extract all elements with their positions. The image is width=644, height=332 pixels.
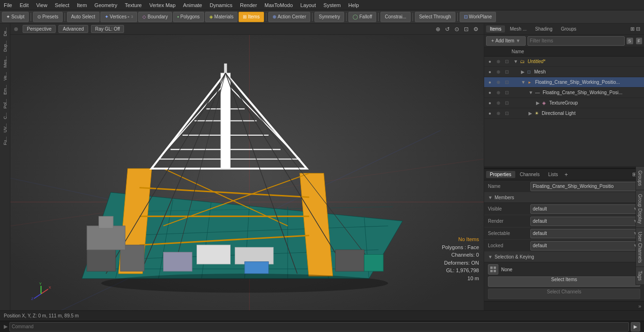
lock-icon-crane2[interactable]: ⊡ xyxy=(503,89,511,97)
sidebar-item-dup[interactable]: Dup... xyxy=(2,39,8,54)
eye-icon-untitled[interactable]: ● xyxy=(486,58,494,65)
s-filter-button[interactable]: S xyxy=(627,38,633,44)
viewport-icon-settings[interactable]: ⚙ xyxy=(472,25,480,33)
eye-icon2-mesh[interactable]: ⊕ xyxy=(495,68,502,76)
props-tab-properties[interactable]: Properties xyxy=(486,171,515,178)
prop-locked-dropdown[interactable]: default ▼ xyxy=(530,241,640,251)
tree-item-floating-crane2[interactable]: ● ⊕ ⊡ ▼ — Floating_Crane_Ship_Working_Po… xyxy=(484,88,644,98)
falloff-button[interactable]: ◯ Falloff xyxy=(348,12,376,22)
action-center-button[interactable]: ⊕ Action Center xyxy=(268,12,311,22)
right-tab-groups[interactable]: Groups xyxy=(636,167,644,190)
section-members[interactable]: ▼ Members xyxy=(484,193,644,203)
prop-selectable-dropdown[interactable]: default ▼ xyxy=(530,229,640,238)
polygons-button[interactable]: ▪ Polygons xyxy=(173,12,204,22)
tree-item-directional-light[interactable]: ● ⊕ ⊡ ▶ ☀ Directional Light xyxy=(484,108,644,119)
panel-tab-shading[interactable]: Shading xyxy=(531,25,556,32)
tree-arrow-tex[interactable]: ▶ xyxy=(536,100,540,105)
sidebar-item-mes[interactable]: Mes... xyxy=(2,54,8,70)
tree-item-mesh[interactable]: ● ⊕ ⊡ ▶ □ Mesh xyxy=(484,67,644,77)
prop-visible-dropdown[interactable]: default ▼ xyxy=(530,204,640,214)
right-tab-tags[interactable]: Tags xyxy=(636,267,644,285)
prop-name-input[interactable] xyxy=(530,182,640,191)
right-tab-user-channels[interactable]: User Channels xyxy=(636,228,644,267)
menu-layout[interactable]: Layout xyxy=(297,1,320,9)
tree-arrow-light[interactable]: ▶ xyxy=(528,111,532,116)
lock-icon-untitled[interactable]: ⊡ xyxy=(503,58,511,65)
right-tab-group-display[interactable]: Group Display xyxy=(636,190,644,228)
menu-file[interactable]: File xyxy=(0,1,16,9)
items-button[interactable]: ⊞ Items xyxy=(239,12,264,22)
symmetry-button[interactable]: Symmetry xyxy=(314,12,344,22)
menu-edit[interactable]: Edit xyxy=(16,1,33,9)
eye-icon-crane2[interactable]: ● xyxy=(486,89,494,97)
sel-keying-grid-icon[interactable] xyxy=(488,264,498,275)
viewport-icon-camera[interactable]: ⊡ xyxy=(462,25,470,33)
command-input[interactable] xyxy=(9,322,629,332)
menu-vertex-map[interactable]: Vertex Map xyxy=(146,1,180,9)
eye-icon2-crane[interactable]: ⊕ xyxy=(495,79,502,86)
panel-tab-items[interactable]: Items xyxy=(486,25,505,32)
menu-maxtomodo[interactable]: MaxToModo xyxy=(261,1,297,9)
menu-animate[interactable]: Animate xyxy=(179,1,206,9)
panel-tab-mesh[interactable]: Mesh ... xyxy=(506,25,530,32)
panel-tab-groups[interactable]: Groups xyxy=(557,25,580,32)
props-tab-channels[interactable]: Channels xyxy=(516,171,544,178)
viewport-tab-raygl[interactable]: Ray GL: Off xyxy=(91,25,124,33)
menu-system[interactable]: System xyxy=(320,1,345,9)
viewport-tab-advanced[interactable]: Advanced xyxy=(58,25,88,33)
eye-icon-light[interactable]: ● xyxy=(486,110,494,117)
menu-select[interactable]: Select xyxy=(51,1,73,9)
auto-select-button[interactable]: Auto Select xyxy=(67,12,99,22)
section-sel-keying[interactable]: ▼ Selection & Keying xyxy=(484,252,644,262)
eye-icon2-tex[interactable]: ⊕ xyxy=(495,99,502,107)
presets-button[interactable]: ⊙ Presets xyxy=(33,12,63,22)
constraints-button[interactable]: Constrai... xyxy=(380,12,411,22)
f-filter-button[interactable]: F xyxy=(636,38,643,44)
viewport-tab-perspective[interactable]: Perspective xyxy=(23,25,56,33)
viewport-icon-transform[interactable]: ⊕ xyxy=(434,25,442,33)
eye-icon-tex[interactable]: ● xyxy=(486,99,494,107)
eye-icon2-crane2[interactable]: ⊕ xyxy=(495,89,502,97)
menu-render[interactable]: Render xyxy=(236,1,261,9)
menu-texture[interactable]: Texture xyxy=(121,1,146,9)
props-add-button[interactable]: + xyxy=(562,170,570,179)
command-execute-button[interactable]: ▶ xyxy=(631,322,640,332)
eye-icon2-untitled[interactable]: ⊕ xyxy=(495,58,502,65)
sidebar-item-fu[interactable]: Fu... xyxy=(2,135,8,147)
tree-item-texture-group[interactable]: ● ⊕ ⊡ ▶ ◈ TextureGroup xyxy=(484,98,644,108)
tree-item-untitled[interactable]: ● ⊕ ⊡ ▼ 🗂 Untitled* xyxy=(484,57,644,67)
menu-view[interactable]: View xyxy=(33,1,51,9)
tree-arrow-crane[interactable]: ▼ xyxy=(521,80,526,85)
menu-dynamics[interactable]: Dynamics xyxy=(206,1,236,9)
lock-icon-crane[interactable]: ⊡ xyxy=(503,79,511,86)
panel-expand-button[interactable]: ⊞ ⊟ xyxy=(628,25,642,33)
tree-arrow-untitled[interactable]: ▼ xyxy=(513,59,518,64)
select-through-button[interactable]: Select Through xyxy=(415,12,455,22)
boundary-button[interactable]: ◇ Boundary xyxy=(138,12,172,22)
lock-icon-mesh[interactable]: ⊡ xyxy=(503,68,511,76)
sidebar-item-uv[interactable]: UV... xyxy=(2,121,8,134)
sidebar-item-ve[interactable]: Ve... xyxy=(2,70,8,82)
props-expand-chevron[interactable]: » xyxy=(638,303,641,309)
eye-icon-crane[interactable]: ● xyxy=(486,79,494,86)
props-tab-lists[interactable]: Lists xyxy=(545,171,562,178)
menu-geometry[interactable]: Geometry xyxy=(91,1,121,9)
select-items-button[interactable]: Select Items xyxy=(488,276,640,287)
prop-render-dropdown[interactable]: default ▼ xyxy=(530,217,640,226)
select-channels-button[interactable]: Select Channels xyxy=(488,289,640,299)
lock-icon-light[interactable]: ⊡ xyxy=(503,110,511,117)
sculpt-button[interactable]: ✦ Sculpt xyxy=(2,12,29,22)
eye-icon-mesh[interactable]: ● xyxy=(486,68,494,76)
eye-icon2-light[interactable]: ⊕ xyxy=(495,110,502,117)
viewport[interactable]: Perspective Advanced Ray GL: Off ⊕ ↺ ⊙ ⊡… xyxy=(10,24,484,310)
sidebar-item-em[interactable]: Em... xyxy=(2,83,8,97)
sidebar-item-de[interactable]: De... xyxy=(2,25,8,38)
viewport-icon-refresh[interactable]: ↺ xyxy=(444,25,451,33)
tree-arrow-mesh[interactable]: ▶ xyxy=(521,69,525,74)
sidebar-item-pol[interactable]: Pol... xyxy=(2,97,8,111)
sidebar-item-c[interactable]: C... xyxy=(2,111,8,121)
viewport-icon-search[interactable]: ⊙ xyxy=(453,25,461,33)
filter-items-input[interactable] xyxy=(528,36,625,46)
menu-item[interactable]: Item xyxy=(73,1,91,9)
add-item-button[interactable]: + Add Item ▼ xyxy=(486,36,526,46)
